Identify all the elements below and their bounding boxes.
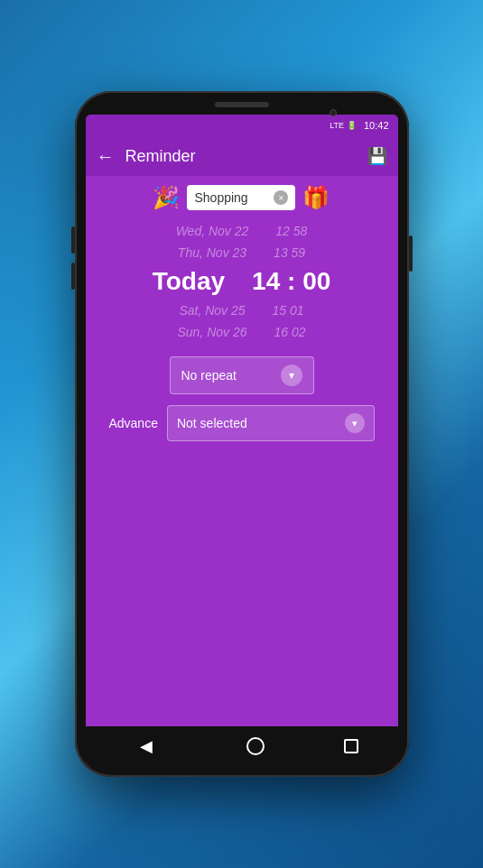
reminder-input-box[interactable]: Shopping × (187, 185, 295, 210)
bottom-nav: ◀ (86, 726, 398, 766)
datetime-row-3[interactable]: Sat, Nov 25 15 01 (108, 300, 374, 320)
datetime-row-0[interactable]: Wed, Nov 22 12 58 (108, 221, 374, 241)
back-button[interactable]: ← (97, 147, 115, 165)
emoji-right-icon: 🎁 (302, 185, 330, 210)
time-today: 14 : 00 (252, 267, 330, 296)
advance-section: Advance Not selected ▾ (108, 405, 374, 441)
status-bar: LTE 🔋 10:42 (86, 115, 398, 136)
datetime-picker: Wed, Nov 22 12 58 Thu, Nov 23 13 59 (108, 221, 374, 342)
signal-icon: LTE (330, 121, 344, 130)
repeat-section: No repeat ▾ (108, 356, 374, 394)
date-1: Thu, Nov 23 (178, 245, 246, 260)
phone-frame: LTE 🔋 10:42 ← Reminder 💾 🎉 Shopping × 🎁 (75, 91, 409, 777)
advance-dropdown[interactable]: Not selected ▾ (167, 405, 375, 441)
phone-screen: LTE 🔋 10:42 ← Reminder 💾 🎉 Shopping × 🎁 (86, 115, 398, 766)
save-button[interactable]: 💾 (367, 146, 387, 166)
chevron-down-icon: ▾ (289, 369, 294, 382)
time-3: 15 01 (273, 303, 304, 318)
toolbar-title: Reminder (125, 147, 357, 166)
repeat-dropdown-arrow: ▾ (281, 365, 302, 386)
reminder-input-row: 🎉 Shopping × 🎁 (101, 185, 382, 210)
date-3: Sat, Nov 25 (179, 303, 245, 318)
toolbar: ← Reminder 💾 (86, 136, 398, 176)
main-content: 🎉 Shopping × 🎁 Wed, Nov 22 12 58 (86, 176, 398, 726)
date-today: Today (153, 267, 225, 296)
vol-down-button[interactable] (71, 263, 75, 290)
emoji-left-icon: 🎉 (153, 185, 180, 210)
vol-up-button[interactable] (71, 226, 75, 254)
nav-back-button[interactable]: ◀ (125, 729, 167, 763)
datetime-row-1[interactable]: Thu, Nov 23 13 59 (108, 243, 374, 263)
time-0: 12 58 (275, 224, 307, 238)
status-time: 10:42 (364, 120, 389, 131)
repeat-dropdown-label: No repeat (181, 368, 274, 383)
status-icons: LTE 🔋 (330, 121, 357, 130)
date-4: Sun, Nov 26 (177, 325, 246, 339)
time-4: 16 02 (274, 325, 306, 339)
power-button[interactable] (409, 235, 413, 272)
time-1: 13 59 (274, 245, 305, 260)
reminder-input-text[interactable]: Shopping (194, 190, 268, 205)
clear-input-button[interactable]: × (274, 190, 288, 205)
date-0: Wed, Nov 22 (176, 224, 249, 238)
nav-home-button[interactable] (246, 737, 265, 755)
nav-recents-button[interactable] (344, 739, 358, 753)
advance-label: Advance (108, 416, 157, 430)
datetime-row-4[interactable]: Sun, Nov 26 16 02 (108, 322, 374, 342)
advance-chevron-icon: ▾ (345, 413, 365, 433)
battery-icon: 🔋 (347, 121, 357, 130)
repeat-dropdown[interactable]: No repeat ▾ (170, 356, 314, 394)
speaker (215, 102, 269, 107)
datetime-row-today[interactable]: Today 14 : 00 (108, 264, 374, 299)
front-camera (330, 109, 337, 116)
advance-dropdown-label: Not selected (177, 416, 339, 430)
